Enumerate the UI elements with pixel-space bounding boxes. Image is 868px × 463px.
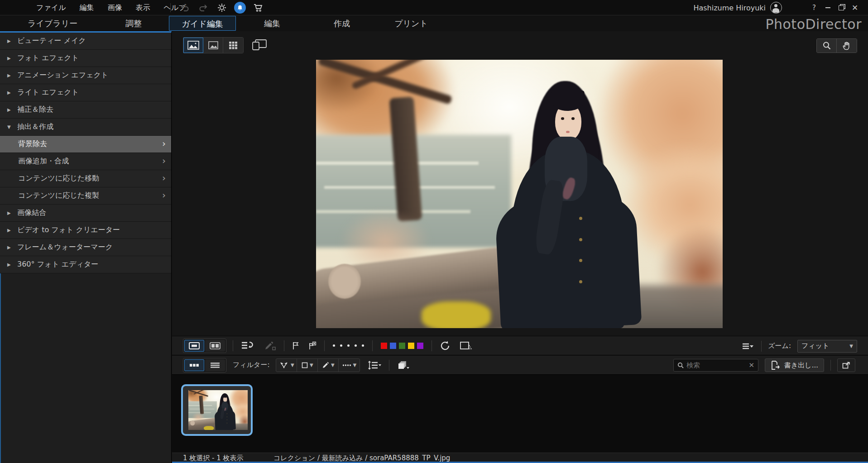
flag-reject-button[interactable] bbox=[307, 341, 318, 350]
menu-file[interactable]: ファイル bbox=[36, 3, 66, 13]
photo-scene bbox=[316, 60, 723, 328]
export-button[interactable]: 書き出し... bbox=[765, 358, 824, 372]
sidebar-item-video-to-photo[interactable]: ▶ ビデオ to フォト クリエーター bbox=[0, 222, 171, 239]
minimize-button[interactable] bbox=[821, 2, 834, 14]
sidebar-item-frames-watermarks[interactable]: ▶ フレーム＆ウォーターマーク bbox=[0, 239, 171, 256]
single-photo-icon bbox=[208, 41, 218, 49]
chevron-down-icon: ▼ bbox=[353, 363, 357, 368]
thumbnail-view-icon bbox=[189, 363, 199, 368]
collapsed-arrow-icon: ▶ bbox=[7, 262, 11, 267]
browser-view-group bbox=[183, 358, 226, 372]
sidebar-item-photo-effects[interactable]: ▶ フォト エフェクト bbox=[0, 50, 171, 67]
search-box[interactable]: ✕ bbox=[673, 359, 758, 372]
sidebar-subitem-add-image-composite[interactable]: 画像追加・合成 › bbox=[0, 153, 171, 170]
color-label-yellow[interactable] bbox=[408, 343, 414, 349]
collapsed-arrow-icon: ▶ bbox=[7, 245, 11, 250]
stack-options-button[interactable] bbox=[396, 361, 411, 370]
open-new-window-button[interactable] bbox=[837, 358, 855, 372]
redo-icon[interactable] bbox=[197, 2, 210, 14]
sidebar-subitem-content-aware-clone[interactable]: コンテンツに応じた複製 › bbox=[0, 187, 171, 205]
photo-thumbnail-selected[interactable] bbox=[181, 384, 253, 436]
collapsed-arrow-icon: ▶ bbox=[7, 38, 11, 43]
zoom-level-dropdown[interactable]: フィット ▼ bbox=[797, 340, 857, 353]
list-view-button[interactable] bbox=[205, 359, 225, 371]
flag-x-icon bbox=[308, 341, 317, 350]
single-view-button[interactable] bbox=[184, 340, 204, 352]
filter-by-flag-button[interactable]: ▼ bbox=[276, 359, 297, 372]
photo-subject-person bbox=[499, 81, 637, 328]
tab-library[interactable]: ライブラリー bbox=[25, 16, 80, 31]
collapsed-arrow-icon: ▶ bbox=[7, 107, 11, 112]
tab-adjust[interactable]: 調整 bbox=[106, 16, 161, 31]
compare-view-button[interactable] bbox=[205, 340, 225, 352]
settings-gear-icon[interactable] bbox=[216, 2, 228, 14]
color-label-red[interactable] bbox=[381, 343, 387, 349]
viewer-mode-single-button[interactable] bbox=[203, 38, 223, 53]
export-icon bbox=[771, 361, 781, 370]
menu-edit[interactable]: 編集 bbox=[80, 3, 94, 13]
sidebar-item-light-effects[interactable]: ▶ ライト エフェクト bbox=[0, 84, 171, 101]
color-label-purple[interactable] bbox=[417, 343, 423, 349]
sidebar-subitem-content-aware-move[interactable]: コンテンツに応じた移動 › bbox=[0, 170, 171, 187]
tab-print[interactable]: プリント bbox=[384, 16, 438, 31]
sidebar-item-beauty-makeup[interactable]: ▶ ビューティー メイク bbox=[0, 33, 171, 50]
viewer-toolbar: ズーム: フィット ▼ bbox=[172, 336, 868, 355]
close-button[interactable]: ✕ bbox=[848, 2, 862, 14]
user-name[interactable]: Hashizume Hiroyuki bbox=[693, 4, 766, 12]
sidebar-item-merge-images[interactable]: ▶ 画像結合 bbox=[0, 205, 171, 222]
filter-more-button[interactable]: ▼ bbox=[339, 359, 360, 372]
rating-dot-2[interactable] bbox=[340, 344, 342, 347]
rating-dot-5[interactable] bbox=[362, 344, 364, 347]
color-label-green[interactable] bbox=[399, 343, 405, 349]
undo-icon[interactable] bbox=[178, 2, 191, 14]
maximize-button[interactable] bbox=[834, 2, 848, 14]
menu-bar: ファイル 編集 画像 表示 ヘルプ Hashizume Hi bbox=[0, 0, 868, 15]
filter-by-label-button[interactable]: ▼ bbox=[297, 359, 318, 372]
thumbnail-view-button[interactable] bbox=[184, 359, 204, 371]
crossed-flags-icon bbox=[279, 362, 289, 369]
flag-pick-button[interactable] bbox=[291, 341, 301, 350]
guided-edit-sidebar: ▶ ビューティー メイク ▶ フォト エフェクト ▶ アニメーション エフェクト… bbox=[0, 31, 172, 463]
canvas-flip-button[interactable] bbox=[458, 341, 474, 351]
rating-dot-3[interactable] bbox=[347, 344, 350, 347]
color-label-swatches bbox=[379, 343, 425, 349]
color-label-blue[interactable] bbox=[390, 343, 396, 349]
grid-icon bbox=[229, 41, 238, 49]
notifications-bell-icon[interactable] bbox=[234, 2, 246, 14]
sidebar-item-fix-remove[interactable]: ▶ 補正＆除去 bbox=[0, 101, 171, 119]
module-tab-bar: ライブラリー 調整 ガイド編集 編集 作成 プリント PhotoDirector bbox=[0, 15, 868, 31]
row-height-icon bbox=[368, 361, 381, 370]
search-input[interactable] bbox=[686, 361, 746, 369]
sidebar-item-360-photo-editor[interactable]: ▶ 360° フォト エディター bbox=[0, 256, 171, 273]
browser-filter-bar: フィルター: ▼ ▼ ▼ ▼ bbox=[172, 356, 868, 375]
zoom-tool-button[interactable] bbox=[817, 39, 837, 53]
viewer-mode-photo-button[interactable] bbox=[183, 38, 203, 53]
viewer-mode-grid-button[interactable] bbox=[223, 38, 243, 53]
shop-cart-icon[interactable] bbox=[252, 2, 264, 14]
sort-menu-button[interactable] bbox=[740, 343, 755, 350]
filter-by-edited-button[interactable]: ▼ bbox=[318, 359, 339, 372]
pan-tool-button[interactable] bbox=[837, 39, 857, 53]
chevron-down-icon: ▼ bbox=[331, 363, 335, 368]
rating-dot-1[interactable] bbox=[333, 344, 335, 347]
help-button[interactable]: ? bbox=[807, 2, 821, 14]
edit-pencil-button-disabled[interactable] bbox=[262, 340, 278, 351]
sidebar-item-extract-create[interactable]: ▼ 抽出＆作成 bbox=[0, 119, 171, 136]
adjustment-history-button[interactable] bbox=[240, 340, 256, 351]
tab-edit[interactable]: 編集 bbox=[245, 16, 299, 31]
rotate-button[interactable] bbox=[438, 340, 452, 351]
clear-search-icon[interactable]: ✕ bbox=[748, 361, 754, 369]
thumbnail-size-button[interactable] bbox=[366, 361, 383, 370]
tab-guided-edit[interactable]: ガイド編集 bbox=[169, 16, 236, 31]
menu-image[interactable]: 画像 bbox=[108, 3, 122, 13]
sidebar-item-animation-effects[interactable]: ▶ アニメーション エフェクト bbox=[0, 67, 171, 84]
dual-display-icon[interactable] bbox=[252, 39, 267, 51]
sidebar-subitem-background-removal[interactable]: 背景除去 › bbox=[0, 136, 171, 153]
user-avatar-icon[interactable] bbox=[770, 2, 782, 14]
tab-create[interactable]: 作成 bbox=[315, 16, 369, 31]
edited-photo bbox=[316, 60, 723, 328]
photo-viewer-icon bbox=[187, 41, 199, 50]
export-label: 書き出し... bbox=[784, 361, 818, 370]
rating-dot-4[interactable] bbox=[355, 344, 357, 347]
menu-view[interactable]: 表示 bbox=[136, 3, 150, 13]
